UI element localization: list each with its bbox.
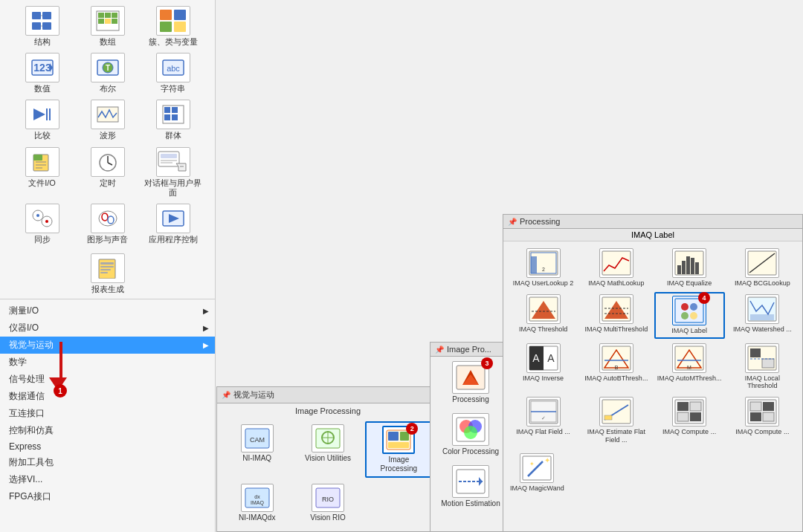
proc-item-inverse[interactable]: AA IMAQ Inverse [508,341,578,393]
svg-text:A: A [547,352,555,364]
proc-item-bcg-lookup[interactable]: IMAQ BCGLookup [727,246,798,290]
watershed-icon [745,294,779,324]
local-thresh-icon [745,343,779,373]
timing-label: 定时 [100,178,116,188]
svg-rect-33 [172,114,178,120]
math-lookup-icon [599,248,633,278]
grid-item-dialog[interactable]: 对话框与用户界面 [143,147,203,198]
menu-item-express[interactable]: Express [0,439,215,454]
proc-item-user-lookup2[interactable]: 2 IMAQ UserLookup 2 [508,246,578,290]
grid-item-sync[interactable]: 同步 [13,204,72,244]
compare-icon [25,100,59,129]
svg-rect-69 [388,432,399,441]
proc-item-local-thresh[interactable]: IMAQ Local Threshold [727,341,798,393]
grid-item-graphics[interactable]: 图形与声音 [78,204,138,244]
menu-item-select-vi[interactable]: 选择VI... [0,471,215,488]
left-panel: 结构 数组 簇、类与变量 123 数值 T 布尔 [0,0,216,532]
compare-label: 比较 [34,131,51,140]
svg-rect-59 [100,266,114,267]
svg-rect-112 [750,314,774,320]
ip-item-motion-estimation[interactable]: Motion Estimation [430,461,511,513]
inverse-label: IMAQ Inverse [523,374,564,383]
menu-item-fpga[interactable]: FPGA接口 [0,488,215,505]
magic-wand-label: IMAQ MagicWand [510,484,564,493]
menu-item-signal[interactable]: 信号处理 [0,371,215,388]
proc-item-multi-threshold[interactable]: IMAQ MultiThreshold [581,292,651,339]
menu-item-addon[interactable]: 附加工具包 [0,454,215,471]
svg-text:dx: dx [254,494,260,499]
grid-item-appctrl[interactable]: 应用程序控制 [143,204,203,244]
svg-rect-126 [750,348,761,357]
vision-utils-label: Vision Utilities [305,454,351,463]
select-vi-label: 选择VI... [9,473,42,486]
ip-item-color-processing[interactable]: Color Processing [430,409,511,461]
grid-item-array[interactable]: 数组 [78,6,138,47]
class-icon [156,6,190,36]
svg-rect-43 [161,154,177,158]
grid-item-compare[interactable]: 比较 [13,100,72,140]
proc-item-equalize[interactable]: IMAQ Equalize [654,246,725,290]
menu-item-control[interactable]: 控制和仿真 [0,422,215,439]
struct-icon [25,6,59,36]
proc-item-est-flat-field[interactable]: IMAQ Estimate Flat Field ... [581,395,651,447]
grid-item-struct[interactable]: 结构 [13,6,72,47]
svg-rect-95 [686,256,690,274]
vision-item-ni-imaq[interactable]: CAM NI-IMAQ [223,421,291,478]
grid-item-cluster[interactable]: 群体 [143,100,203,140]
vision-item-vision-rio[interactable]: RIO Vision RIO [294,481,361,525]
proc-item-threshold[interactable]: IMAQ Threshold [508,292,578,339]
menu-item-math[interactable]: 数学 [0,354,215,371]
instrument-io-arrow: ▶ [203,324,209,332]
proc-item-autob-thresh[interactable]: B IMAQ AutoBThresh... [581,341,651,393]
proc-item-autom-thresh[interactable]: M IMAQ AutoMThresh... [654,341,725,393]
sync-label: 同步 [34,235,51,244]
svg-text:B: B [615,365,619,370]
image-proc-title: Image Pro... [447,345,491,354]
graphics-icon [91,204,125,233]
proc-item-flat-field[interactable]: ✓ IMAQ Flat Field ... [508,395,578,447]
proc-item-compute2[interactable]: IMAQ Compute ... [727,395,798,447]
svg-rect-16 [174,22,186,32]
grid-item-waveform[interactable]: 波形 [78,100,138,140]
bcg-lookup-label: IMAQ BCGLookup [735,279,790,288]
fileio-label: 文件I/O [28,178,56,188]
multi-threshold-icon [599,294,633,324]
est-flat-field-icon [599,397,633,426]
user-lookup2-label: IMAQ UserLookup 2 [513,279,574,288]
svg-rect-142 [750,402,761,411]
proc-item-compute1[interactable]: IMAQ Compute ... [654,395,725,447]
menu-item-measure-io[interactable]: 测量I/O ▶ [0,302,215,319]
vision-item-vision-utils[interactable]: Vision Utilities [294,421,361,478]
math-label: 数学 [9,356,27,369]
svg-text:M: M [687,365,691,370]
svg-marker-25 [33,108,45,120]
svg-point-110 [690,312,697,319]
proc-item-magic-wand[interactable]: ✦✦ IMAQ MagicWand [508,451,567,495]
svg-rect-1 [42,12,51,19]
user-lookup2-icon: 2 [526,248,561,278]
grid-item-class[interactable]: 簇、类与变量 [143,6,203,47]
equalize-icon [672,248,706,278]
menu-item-instrument-io[interactable]: 仪器I/O ▶ [0,319,215,337]
vision-panel-title: 视觉与运动 [233,389,274,400]
proc-item-label[interactable]: 4 IMAQ Label [654,292,725,339]
grid-item-fileio[interactable]: 文件I/O [13,147,72,198]
grid-item-report[interactable]: 报表生成 [78,253,138,294]
proc-item-watershed[interactable]: IMAQ Watershed ... [727,292,798,339]
compute2-icon [745,397,779,426]
grid-item-timing[interactable]: 定时 [78,147,138,198]
svg-text:2: 2 [542,267,545,272]
numeric-icon: 123 [25,53,59,82]
grid-item-string[interactable]: abc 字符串 [143,53,203,94]
menu-item-vision-motion[interactable]: 视觉与运动 ▶ [0,337,215,354]
vision-item-image-processing[interactable]: 2 Image Processing [365,421,433,478]
menu-item-datacomm[interactable]: 数据通信 [0,388,215,405]
grid-item-numeric[interactable]: 123 数值 [13,53,72,94]
svg-rect-30 [164,107,170,113]
vision-item-ni-imaqDx[interactable]: dxIMAQ NI-IMAQdx [223,481,291,525]
grid-item-bool[interactable]: T 布尔 [78,53,138,94]
proc-item-math-lookup[interactable]: IMAQ MathLookup [581,246,651,290]
ip-item-processing[interactable]: 3 Processing [430,357,511,409]
menu-item-interconnect[interactable]: 互连接口 [0,405,215,422]
fpga-label: FPGA接口 [9,490,51,503]
